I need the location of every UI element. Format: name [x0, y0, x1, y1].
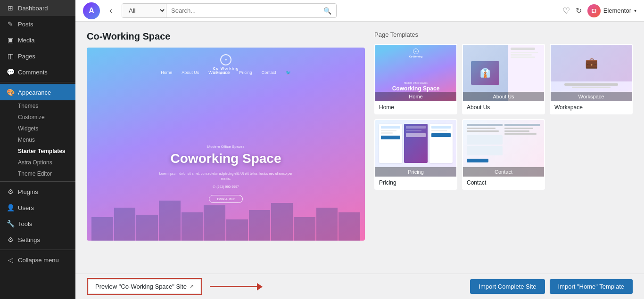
building — [316, 208, 338, 241]
buildings-bg — [87, 198, 365, 241]
arrow-head — [257, 283, 263, 291]
collapse-menu-button[interactable]: ◁ Collapse menu — [0, 252, 75, 268]
settings-icon: ⚙ — [7, 236, 14, 243]
refresh-button[interactable]: ↻ — [576, 6, 582, 15]
sidebar-item-appearance[interactable]: 🎨 Appearance — [0, 84, 75, 100]
thumb-overlay-pricing: Pricing — [375, 167, 456, 177]
template-thumb-pricing: Pricing — [375, 120, 456, 177]
search-button[interactable]: 🔍 — [319, 4, 336, 17]
templates-section: Page Templates ✦ Co-Working Modern Offic… — [374, 31, 633, 264]
template-card-home[interactable]: ✦ Co-Working Modern Office Spaces Cowork… — [374, 44, 457, 114]
sidebar-sub-widgets[interactable]: Widgets — [0, 123, 75, 134]
avatar: El — [587, 4, 601, 17]
back-button[interactable]: ‹ — [106, 4, 116, 17]
posts-icon: ✎ — [7, 20, 14, 28]
footer-bar: Preview "Co-Working Space" Site ↗ Import… — [75, 274, 644, 299]
preview-image: ✦ Co-WorkingSPACE Home About Us Workspac… — [87, 48, 365, 241]
template-label-pricing: Pricing — [375, 177, 456, 189]
sidebar-item-media[interactable]: ▣ Media — [0, 32, 75, 48]
arrow-indicator — [210, 286, 257, 287]
sidebar-item-plugins[interactable]: ⚙ Plugins — [0, 184, 75, 200]
favorites-button[interactable]: ♡ — [562, 6, 570, 16]
sidebar-item-comments[interactable]: 💬 Comments — [0, 64, 75, 80]
building — [136, 215, 158, 241]
building — [91, 217, 113, 241]
arrow-line — [210, 286, 257, 287]
sidebar-item-label: Plugins — [18, 188, 38, 195]
preview-hero-phone: ✆ (262) 990 9997 — [87, 185, 365, 189]
sidebar-sub-starter-templates[interactable]: Starter Templates — [0, 145, 75, 157]
thumb-overlay-home: Home — [375, 92, 456, 101]
building — [159, 201, 181, 241]
users-icon: 👤 — [7, 204, 14, 211]
collapse-icon: ◁ — [7, 256, 14, 264]
sidebar-item-label: Pages — [18, 53, 35, 60]
tools-icon: 🔧 — [7, 220, 14, 227]
sidebar-item-settings[interactable]: ⚙ Settings — [0, 232, 75, 248]
building — [294, 217, 315, 241]
preview-logo-icon: ✦ — [220, 54, 231, 65]
template-label-workspace: Workspace — [551, 101, 632, 113]
thumb-overlay-about: About Us — [463, 92, 544, 101]
preview-site-button[interactable]: Preview "Co-Working Space" Site ↗ — [89, 280, 200, 293]
comments-icon: 💬 — [7, 68, 14, 76]
topbar-logo: A — [83, 2, 100, 19]
building — [204, 205, 225, 241]
preview-hero-cta: Book A Tour — [209, 195, 242, 203]
thumb-overlay-contact: Contact — [463, 167, 544, 177]
preview-section: Co-Working Space — [87, 31, 365, 264]
sidebar-sub-astra-options[interactable]: Astra Options — [0, 157, 75, 168]
sidebar-sub-themes[interactable]: Themes — [0, 100, 75, 112]
sidebar-sub-theme-editor[interactable]: Theme Editor — [0, 168, 75, 179]
sidebar-sub-menus[interactable]: Menus — [0, 134, 75, 145]
import-home-template-button[interactable]: Import "Home" Template — [550, 279, 633, 294]
template-thumb-workspace: 💼 Workspace — [551, 45, 632, 101]
sidebar-item-label: Comments — [18, 69, 48, 76]
search-bar: All Free Premium 🔍 — [122, 3, 337, 18]
sidebar-item-posts[interactable]: ✎ Posts — [0, 16, 75, 32]
user-menu[interactable]: El Elementor ▾ — [587, 4, 636, 17]
sidebar-item-label: Dashboard — [18, 5, 48, 12]
external-link-icon: ↗ — [190, 283, 194, 290]
preview-hero-body: Lorem ipsum dolor sit amet, consectetur … — [155, 171, 297, 181]
main-content: Co-Working Space — [75, 22, 644, 299]
templates-section-title: Page Templates — [374, 31, 633, 38]
dashboard-icon: ⊞ — [7, 4, 14, 12]
sidebar-sub-customize[interactable]: Customize — [0, 112, 75, 123]
template-card-workspace[interactable]: 💼 Workspace Workspace — [550, 44, 633, 114]
template-card-pricing[interactable]: Pricing Pricing — [374, 119, 457, 190]
search-input[interactable] — [166, 4, 319, 17]
filter-select[interactable]: All Free Premium — [122, 4, 166, 17]
building — [339, 212, 360, 241]
template-card-about-us[interactable]: 👔 About Us — [462, 44, 545, 114]
sidebar-item-label: Posts — [18, 21, 33, 28]
import-complete-site-button[interactable]: Import Complete Site — [470, 279, 545, 294]
topbar: A ‹ All Free Premium 🔍 ♡ ↻ El Elementor … — [75, 0, 644, 22]
preview-btn-label: Preview "Co-Working Space" Site — [95, 283, 187, 290]
template-label-home: Home — [375, 101, 456, 113]
content-area: Co-Working Space — [75, 22, 644, 274]
template-card-contact[interactable]: Contact Contact — [462, 119, 545, 190]
sidebar-item-label: Appearance — [18, 89, 51, 96]
sidebar-item-label: Tools — [18, 220, 32, 227]
user-name: Elementor — [603, 7, 631, 14]
sidebar: ⊞ Dashboard ✎ Posts ▣ Media ◫ Pages 💬 Co… — [0, 0, 75, 299]
sidebar-item-label: Media — [18, 37, 34, 44]
sidebar-item-dashboard[interactable]: ⊞ Dashboard — [0, 0, 75, 16]
templates-grid: ✦ Co-Working Modern Office Spaces Cowork… — [374, 44, 633, 190]
plugins-icon: ⚙ — [7, 188, 14, 195]
sidebar-item-tools[interactable]: 🔧 Tools — [0, 216, 75, 232]
thumb-overlay-workspace: Workspace — [551, 92, 632, 101]
template-thumb-contact: Contact — [463, 120, 544, 177]
preview-hero: Modern Office Spaces Coworking Space Lor… — [87, 145, 365, 203]
sidebar-item-users[interactable]: 👤 Users — [0, 200, 75, 216]
preview-button-wrap: Preview "Co-Working Space" Site ↗ — [87, 278, 202, 295]
sidebar-item-pages[interactable]: ◫ Pages — [0, 48, 75, 64]
pages-icon: ◫ — [7, 52, 14, 60]
preview-hero-subtitle: Modern Office Spaces — [87, 145, 365, 149]
chevron-down-icon: ▾ — [634, 8, 636, 13]
sidebar-item-label: Users — [18, 204, 34, 211]
building — [226, 219, 248, 241]
footer-buttons: Import Complete Site Import "Home" Templ… — [470, 279, 633, 294]
collapse-label: Collapse menu — [18, 257, 59, 264]
